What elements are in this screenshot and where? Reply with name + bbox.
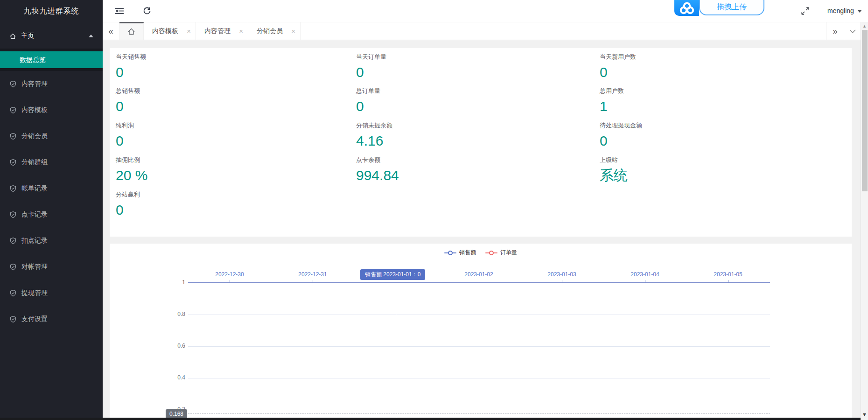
sidebar-item-label: 内容模板 xyxy=(21,106,48,114)
user-menu[interactable]: mengling xyxy=(827,7,854,14)
tab-label: 分销会员 xyxy=(257,27,291,35)
x-axis-label: 2023-01-03 xyxy=(547,271,576,278)
x-axis-label: 2022-12-31 xyxy=(298,271,327,278)
shield-check-icon xyxy=(9,185,17,192)
sidebar-item-label: 分销会员 xyxy=(21,132,48,140)
sidebar-item-label: 内容管理 xyxy=(21,80,48,88)
sidebar-item-label: 对帐管理 xyxy=(21,263,48,271)
sidebar-item[interactable]: 分销会员 xyxy=(0,123,103,149)
shield-check-icon xyxy=(9,133,17,140)
sidebar-item[interactable]: 提现管理 xyxy=(0,280,103,306)
sidebar-submenu: 数据总览 xyxy=(0,49,103,71)
sidebar-item-label: 点卡记录 xyxy=(21,210,48,219)
stat-label: 总销售额 xyxy=(116,87,140,95)
sidebar-item[interactable]: 内容模板 xyxy=(0,97,103,123)
stat-value: 0 xyxy=(116,98,140,114)
stat-label: 抽佣比例 xyxy=(116,156,147,164)
x-axis-tick xyxy=(479,280,479,282)
stat-card: 纯利润0 xyxy=(116,121,134,148)
netdisk-cloud-icon[interactable] xyxy=(674,0,699,16)
double-chevron-right-icon: » xyxy=(833,26,838,36)
sidebar-item[interactable]: 支付设置 xyxy=(0,306,103,332)
app-title: 九块九进群系统 xyxy=(0,0,103,22)
sidebar-item[interactable]: 对帐管理 xyxy=(0,254,103,280)
close-icon[interactable]: × xyxy=(291,28,295,35)
scroll-down-icon[interactable]: ▼ xyxy=(861,412,868,417)
tabs-dropdown-button[interactable] xyxy=(844,22,861,40)
stat-value: 0 xyxy=(116,202,140,217)
close-icon[interactable]: × xyxy=(187,28,191,35)
legend-item[interactable]: 订单量 xyxy=(485,249,517,257)
axis-pointer-value: 0.168 xyxy=(166,409,187,419)
sidebar-item[interactable]: 扣点记录 xyxy=(0,228,103,254)
stat-card: 总用户数1 xyxy=(600,87,624,114)
sidebar-home-label: 主页 xyxy=(21,32,34,40)
stat-value: 0 xyxy=(356,98,380,114)
tab-home[interactable] xyxy=(119,22,144,40)
sidebar-fold-icon[interactable] xyxy=(115,7,124,16)
tabs-scroll-right-button[interactable]: » xyxy=(826,22,844,40)
stat-label: 总订单量 xyxy=(356,87,380,95)
stats-panel: 当天销售额0当天订单量0当天新用户数0总销售额0总订单量0总用户数1纯利润0分销… xyxy=(110,48,852,237)
fullscreen-icon[interactable] xyxy=(801,7,810,17)
sidebar-item[interactable]: 内容管理 xyxy=(0,71,103,97)
stat-card: 抽佣比例20 % xyxy=(116,156,147,183)
refresh-icon[interactable] xyxy=(143,7,151,17)
sidebar-item[interactable]: 点卡记录 xyxy=(0,202,103,228)
stat-label: 分站赢利 xyxy=(116,190,140,199)
scrollbar-thumb[interactable] xyxy=(862,30,868,191)
x-axis-tick xyxy=(562,280,562,282)
x-axis-label: 2023-01-05 xyxy=(714,271,742,278)
y-axis-label: 0.4 xyxy=(165,374,185,381)
stat-value: 0 xyxy=(600,133,642,148)
x-axis-tick xyxy=(645,280,645,282)
tabs-scroll-left-button[interactable]: « xyxy=(103,22,119,40)
sidebar-item[interactable]: 分销群组 xyxy=(0,149,103,175)
content-scrollbar[interactable]: ▲ ▼ xyxy=(861,22,868,420)
user-caret-icon[interactable] xyxy=(857,10,862,13)
stat-label: 分销未提余额 xyxy=(356,121,392,130)
sidebar-item-data-overview[interactable]: 数据总览 xyxy=(0,51,103,68)
double-chevron-left-icon: « xyxy=(108,26,113,36)
tab[interactable]: 内容管理× xyxy=(196,22,248,40)
home-icon xyxy=(9,33,16,40)
gridline xyxy=(188,378,770,378)
sidebar-item-label: 分销群组 xyxy=(21,158,48,167)
gridline xyxy=(188,410,770,410)
sidebar-item[interactable]: 帐单记录 xyxy=(0,175,103,202)
x-axis-tick xyxy=(396,280,396,282)
chart-tooltip: 销售额 2023-01-01：0 xyxy=(360,269,425,280)
netdisk-upload-widget[interactable]: 拖拽上传 xyxy=(674,0,764,22)
shield-check-icon xyxy=(9,159,17,166)
stat-card: 总销售额0 xyxy=(116,87,140,114)
close-icon[interactable]: × xyxy=(239,28,243,35)
tab[interactable]: 分销会员× xyxy=(248,22,301,40)
sidebar-item-home[interactable]: 主页 xyxy=(0,27,103,45)
stat-card: 当天订单量0 xyxy=(356,53,386,80)
x-axis-tick xyxy=(728,280,728,282)
shield-check-icon xyxy=(9,315,17,323)
scroll-up-icon[interactable]: ▲ xyxy=(861,24,868,28)
stat-card: 分站赢利0 xyxy=(116,190,140,217)
drag-upload-button[interactable]: 拖拽上传 xyxy=(699,0,764,15)
stat-label: 上级站 xyxy=(600,156,628,164)
tab[interactable]: 内容模板× xyxy=(144,22,196,40)
stat-card: 总订单量0 xyxy=(356,87,380,114)
x-axis-line xyxy=(188,282,770,283)
sidebar-item-label: 帐单记录 xyxy=(21,184,48,193)
stat-value: 0 xyxy=(116,64,146,80)
stat-label: 点卡余额 xyxy=(356,156,399,164)
shield-check-icon xyxy=(9,106,17,114)
stat-label: 当天销售额 xyxy=(116,53,146,61)
line-series-marker-icon xyxy=(485,251,497,255)
stat-label: 待处理提现金额 xyxy=(600,121,642,130)
stat-value: 20 % xyxy=(116,168,147,183)
collapse-arrow-icon xyxy=(89,35,93,37)
shield-check-icon xyxy=(9,263,17,271)
stat-value: 系统 xyxy=(600,168,628,183)
legend-item[interactable]: 销售额 xyxy=(444,249,476,257)
x-axis-label: 2023-01-02 xyxy=(464,271,493,278)
gridline xyxy=(188,346,770,347)
crosshair-horizontal xyxy=(188,413,770,413)
chart-legend: 销售额订单量 xyxy=(110,249,852,257)
